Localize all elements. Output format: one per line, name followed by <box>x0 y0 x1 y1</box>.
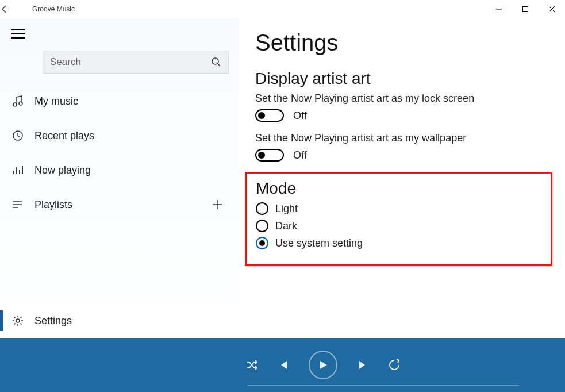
svg-rect-1 <box>523 7 528 12</box>
wallpaper-art-state: Off <box>293 149 307 162</box>
search-input[interactable]: Search <box>43 51 229 74</box>
radio-label: Use system setting <box>275 237 363 249</box>
title-bar: Groove Music <box>0 0 565 18</box>
sidebar-item-label: Settings <box>34 315 239 327</box>
radio-label: Light <box>275 203 298 215</box>
section-heading-mode: Mode <box>256 179 541 198</box>
music-icon <box>11 95 34 107</box>
mode-option-light[interactable]: Light <box>256 202 541 215</box>
minimize-button[interactable] <box>486 0 512 18</box>
next-button[interactable] <box>357 359 368 371</box>
svg-line-6 <box>218 64 220 66</box>
sidebar: Search My music Recent plays <box>0 18 239 338</box>
radio-icon <box>256 202 268 215</box>
wallpaper-art-toggle[interactable] <box>255 149 284 162</box>
search-placeholder: Search <box>50 56 211 68</box>
settings-panel: Settings Display artist art Set the Now … <box>239 18 565 338</box>
radio-icon <box>256 237 268 249</box>
radio-icon <box>256 220 268 232</box>
maximize-button[interactable] <box>512 0 539 18</box>
playlist-icon <box>11 198 34 211</box>
shuffle-button[interactable] <box>245 359 258 371</box>
previous-button[interactable] <box>278 359 289 371</box>
close-button[interactable] <box>539 0 565 18</box>
sidebar-item-label: Recent plays <box>34 130 239 142</box>
equalizer-icon <box>11 164 34 176</box>
sidebar-item-label: Playlists <box>34 199 212 211</box>
section-heading-artist-art: Display artist art <box>255 70 549 88</box>
page-title: Settings <box>255 30 549 56</box>
mode-option-system[interactable]: Use system setting <box>256 237 541 249</box>
svg-point-5 <box>212 58 218 64</box>
sidebar-item-settings[interactable]: Settings <box>0 303 239 338</box>
mode-section-highlight: Mode Light Dark Use system setting <box>245 172 552 266</box>
wallpaper-art-label: Set the Now Playing artist art as my wal… <box>255 132 549 144</box>
hamburger-button[interactable] <box>0 18 239 46</box>
radio-label: Dark <box>275 220 297 232</box>
sidebar-item-recent-plays[interactable]: Recent plays <box>0 118 239 153</box>
lockscreen-art-label: Set the Now Playing artist art as my loc… <box>255 93 549 105</box>
play-button[interactable] <box>309 351 337 379</box>
sidebar-item-label: Now playing <box>34 164 239 176</box>
search-icon <box>211 57 221 67</box>
sidebar-item-label: My music <box>34 95 239 107</box>
window-title: Groove Music <box>28 5 75 13</box>
progress-bar[interactable] <box>247 385 519 386</box>
lockscreen-art-state: Off <box>293 110 307 122</box>
svg-point-20 <box>16 319 20 322</box>
clock-icon <box>11 129 34 142</box>
sidebar-item-my-music[interactable]: My music <box>0 84 239 118</box>
playback-bar <box>0 338 565 392</box>
sidebar-item-now-playing[interactable]: Now playing <box>0 153 239 187</box>
add-playlist-button[interactable] <box>212 199 239 210</box>
gear-icon <box>11 314 34 327</box>
lockscreen-art-toggle[interactable] <box>255 109 284 122</box>
repeat-button[interactable] <box>388 359 401 371</box>
back-button[interactable] <box>0 5 28 14</box>
sidebar-item-playlists[interactable]: Playlists <box>0 187 239 222</box>
mode-option-dark[interactable]: Dark <box>256 220 541 232</box>
